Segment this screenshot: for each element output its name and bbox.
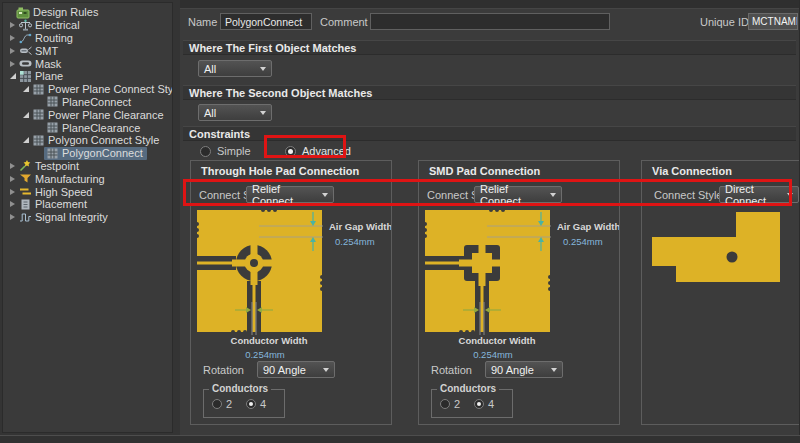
connect-style-value: Relief Connect: [480, 183, 544, 207]
tree-item-routing[interactable]: Routing: [3, 32, 172, 45]
conductors-4-radio[interactable]: [474, 399, 484, 409]
design-rules-tree: Design RulesElectricalRoutingSMTMaskPlan…: [3, 3, 172, 224]
simple-radio[interactable]: [200, 146, 211, 157]
expand-arrow[interactable]: [8, 73, 17, 79]
conductors-2-radio[interactable]: [212, 399, 222, 409]
connect-style-value: Relief Connect: [252, 183, 316, 207]
rotation-label: Rotation: [431, 364, 472, 376]
plane-icon: [18, 70, 32, 83]
testpoint-icon: [18, 159, 32, 172]
connect-style-label: Connect Style: [654, 189, 722, 201]
tree-item-planeclearance[interactable]: PlaneClearance: [3, 121, 172, 134]
expand-arrow[interactable]: [8, 61, 17, 67]
expand-arrow[interactable]: [21, 86, 30, 92]
smd-pad-connection-panel: SMD Pad Connection Connect Style Relief …: [418, 160, 620, 425]
rotation-dropdown[interactable]: 90 Angle: [257, 361, 335, 378]
conductors-2-label: 2: [454, 398, 460, 410]
expand-arrow[interactable]: [8, 163, 17, 169]
pane-top-strip: [180, 0, 800, 9]
tree-item-label: Electrical: [35, 19, 80, 31]
conductors-group: Conductors 2 4: [431, 389, 513, 418]
chevron-down-icon: [551, 368, 557, 372]
tree-item-polygon-connect-style[interactable]: Polygon Connect Style: [3, 134, 172, 147]
connect-style-dropdown[interactable]: Relief Connect: [246, 186, 334, 203]
tree-item-plane[interactable]: Plane: [3, 70, 172, 83]
tree-item-label: PlaneConnect: [62, 96, 131, 108]
rotation-label: Rotation: [203, 364, 244, 376]
rule-type-icon: [31, 83, 45, 96]
rotation-dropdown[interactable]: 90 Angle: [485, 361, 563, 378]
conductors-4-radio[interactable]: [246, 399, 256, 409]
conductors-4-label: 4: [488, 398, 494, 410]
conductors-2-label: 2: [226, 398, 232, 410]
expand-arrow[interactable]: [21, 137, 30, 143]
comment-input[interactable]: [370, 13, 610, 30]
through-hole-relief-diagram: Air Gap Width 0.254mm Conductor Width 0.…: [193, 207, 391, 361]
rule-icon: [45, 147, 59, 160]
tree-item-mask[interactable]: Mask: [3, 57, 172, 70]
expand-arrow[interactable]: [8, 22, 17, 28]
expand-arrow[interactable]: [8, 214, 17, 220]
expand-arrow[interactable]: [21, 112, 30, 118]
dialog-bottom-strip: [0, 435, 800, 443]
expand-arrow[interactable]: [8, 189, 17, 195]
advanced-radio[interactable]: [285, 146, 296, 157]
chevron-down-icon: [322, 193, 328, 197]
simple-radio-label: Simple: [217, 145, 251, 157]
mask-icon: [18, 57, 32, 70]
tree-item-placement[interactable]: Placement: [3, 198, 172, 211]
conductors-group: Conductors 2 4: [203, 389, 285, 418]
via-direct-connect-diagram: [646, 207, 798, 299]
conductors-2-radio[interactable]: [440, 399, 450, 409]
chevron-down-icon: [260, 111, 266, 115]
chevron-down-icon: [323, 368, 329, 372]
tree-item-power-plane-connect-style[interactable]: Power Plane Connect Style: [3, 83, 172, 96]
chevron-down-icon: [787, 193, 793, 197]
connect-style-dropdown[interactable]: Direct Connect: [719, 186, 799, 203]
routing-icon: [18, 32, 32, 45]
tree-item-design-rules[interactable]: Design Rules: [3, 6, 172, 19]
air-gap-width-value: 0.254mm: [335, 236, 375, 247]
tree-item-manufacturing[interactable]: Manufacturing: [3, 172, 172, 185]
name-input[interactable]: [220, 13, 312, 30]
rule-icon: [45, 95, 59, 108]
connect-style-dropdown[interactable]: Relief Connect: [474, 186, 562, 203]
tree-item-power-plane-clearance[interactable]: Power Plane Clearance: [3, 108, 172, 121]
expand-arrow[interactable]: [8, 201, 17, 207]
rule-type-icon: [31, 108, 45, 121]
first-object-scope-dropdown[interactable]: All: [198, 60, 272, 77]
tree-item-planeconnect[interactable]: PlaneConnect: [3, 96, 172, 109]
expand-arrow[interactable]: [8, 35, 17, 41]
expand-arrow[interactable]: [8, 176, 17, 182]
conductor-width-value: 0.254mm: [245, 349, 285, 360]
unique-id-label: Unique ID: [700, 16, 749, 28]
design-rules-dialog: Design RulesElectricalRoutingSMTMaskPlan…: [0, 0, 800, 443]
tree-item-label: High Speed: [35, 186, 93, 198]
tree-item-signal-integrity[interactable]: Signal Integrity: [3, 211, 172, 224]
second-object-scope-dropdown[interactable]: All: [198, 104, 272, 121]
conductor-width-label: Conductor Width: [459, 335, 536, 346]
rules-tree-panel: Design RulesElectricalRoutingSMTMaskPlan…: [2, 2, 173, 433]
tree-item-electrical[interactable]: Electrical: [3, 19, 172, 32]
tree-item-label: SMT: [35, 45, 58, 57]
connect-style-value: Direct Connect: [725, 183, 781, 207]
conductor-width-value: 0.254mm: [473, 349, 513, 360]
rule-editor-pane: Name Comment Unique ID MCTNAMFK Where Th…: [180, 0, 800, 435]
conductors-label: Conductors: [209, 383, 271, 394]
tree-item-label: Design Rules: [33, 6, 98, 18]
comment-label: Comment: [320, 16, 368, 28]
tree-item-testpoint[interactable]: Testpoint: [3, 160, 172, 173]
panel-title: SMD Pad Connection: [429, 165, 540, 177]
panel-title: Via Connection: [652, 165, 732, 177]
chevron-down-icon: [550, 193, 556, 197]
tree-item-high-speed[interactable]: High Speed: [3, 185, 172, 198]
signal-integrity-icon: [18, 211, 32, 224]
chevron-down-icon: [260, 67, 266, 71]
tree-item-polygonconnect[interactable]: PolygonConnect: [3, 147, 172, 160]
expand-arrow[interactable]: [8, 48, 17, 54]
tree-item-label: Placement: [35, 198, 87, 210]
tree-item-label: PolygonConnect: [62, 147, 143, 159]
tree-item-label: Plane: [35, 70, 63, 82]
tree-item-smt[interactable]: SMT: [3, 44, 172, 57]
tree-item-label: Mask: [35, 58, 61, 70]
